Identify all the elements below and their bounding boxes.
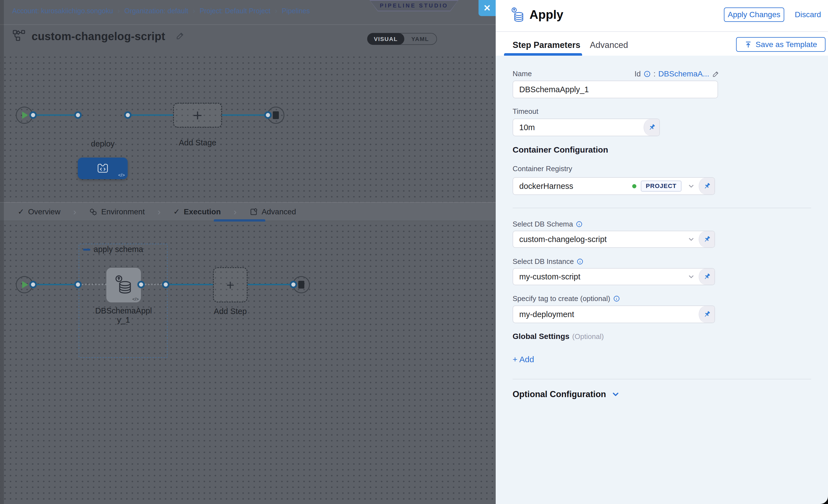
- select-db-schema-dropdown[interactable]: custom-changelog-script: [512, 231, 715, 248]
- select-db-instance-dropdown[interactable]: my-custom-script: [512, 268, 715, 285]
- tag-input[interactable]: my-deployment: [512, 305, 715, 323]
- custom-stage-icon: [96, 162, 110, 175]
- panel-tabs: Step Parameters Advanced Save as Templat…: [496, 32, 828, 56]
- pipeline-studio-badge: PIPELINE STUDIO: [369, 0, 459, 11]
- container-configuration-heading: Container Configuration: [512, 145, 608, 155]
- panel-title: Apply: [530, 8, 563, 22]
- info-icon[interactable]: [577, 258, 583, 265]
- select-db-schema-label: Select DB Schema: [512, 220, 583, 228]
- close-panel-button[interactable]: ✕: [479, 0, 496, 16]
- step-group-label: apply schema: [94, 245, 143, 254]
- id-colon: :: [654, 70, 656, 78]
- connector-port: [162, 281, 169, 288]
- stop-icon: [273, 111, 279, 119]
- tab-advanced[interactable]: Advanced: [249, 207, 296, 216]
- add-step-button[interactable]: +: [213, 267, 248, 302]
- connector-line: [33, 114, 79, 116]
- chevron-down-icon[interactable]: [687, 235, 695, 243]
- container-registry-label: Container Registry: [512, 165, 572, 173]
- breadcrumb: Account: kurosakiichigo.songoku › Organi…: [12, 7, 310, 15]
- add-stage-button[interactable]: +: [173, 103, 222, 128]
- toggle-visual[interactable]: VISUAL: [367, 33, 404, 45]
- play-icon: [22, 281, 28, 288]
- timeout-pin-button[interactable]: [644, 119, 659, 136]
- info-icon[interactable]: [644, 70, 651, 78]
- select-db-instance-label: Select DB Instance: [512, 257, 583, 266]
- step-node-dbschemaapply[interactable]: </>: [106, 268, 141, 302]
- apply-changes-button[interactable]: Apply Changes: [724, 7, 784, 22]
- db-apply-icon: [510, 7, 526, 25]
- pipeline-studio-canvas: Account: kurosakiichigo.songoku › Organi…: [0, 0, 496, 504]
- connector-line: [33, 284, 78, 285]
- add-global-setting-link[interactable]: + Add: [512, 355, 534, 364]
- chevron-down-icon[interactable]: [687, 272, 695, 281]
- toggle-yaml[interactable]: YAML: [404, 36, 437, 42]
- specify-tag-label: Specify tag to create (optional): [512, 294, 620, 303]
- id-value[interactable]: DBSchemaA...: [658, 70, 709, 78]
- breadcrumb-separator: ›: [275, 7, 277, 15]
- close-icon: ✕: [484, 3, 491, 13]
- tab-execution[interactable]: ✓ Execution: [173, 207, 221, 216]
- db-apply-step-icon: [114, 275, 134, 296]
- schema-pin-button[interactable]: [699, 231, 714, 247]
- connector-port: [290, 281, 297, 288]
- collapse-group-icon[interactable]: [83, 249, 90, 251]
- scope-badge: PROJECT: [641, 180, 681, 192]
- edit-pipeline-icon[interactable]: [175, 31, 185, 42]
- timeout-input[interactable]: 10m: [512, 119, 660, 136]
- connector-line: [248, 284, 293, 285]
- tag-pin-button[interactable]: [699, 306, 714, 323]
- stage-label: deploy: [78, 139, 128, 149]
- dotted-connector: [145, 284, 162, 285]
- connector-port: [124, 111, 131, 119]
- stage-tabbar: ✓ Overview › Environment › ✓ Execution ›…: [0, 202, 496, 221]
- breadcrumb-pipelines[interactable]: Pipelines: [282, 7, 309, 15]
- pin-icon: [648, 123, 656, 131]
- save-as-template-button[interactable]: Save as Template: [736, 37, 826, 52]
- name-input[interactable]: DBSchemaApply_1: [512, 81, 718, 98]
- section-divider: [512, 379, 811, 379]
- registry-pin-button[interactable]: [699, 178, 714, 195]
- breadcrumb-project[interactable]: Project: Default Project: [200, 7, 271, 15]
- pipeline-icon: [13, 30, 26, 43]
- edit-id-icon[interactable]: [712, 70, 720, 78]
- panel-header: Apply Apply Changes Discard: [496, 0, 828, 32]
- breadcrumb-account[interactable]: Account: kurosakiichigo.songoku: [12, 7, 113, 15]
- connector-port: [74, 281, 82, 288]
- optional-hint: (Optional): [572, 332, 604, 341]
- timeout-label: Timeout: [512, 107, 538, 116]
- pin-icon: [703, 272, 711, 281]
- info-icon[interactable]: [613, 295, 620, 302]
- tab-step-advanced[interactable]: Advanced: [590, 40, 628, 50]
- section-divider: [512, 208, 811, 208]
- dotted-connector: [82, 284, 107, 285]
- connector-status-dot: [632, 184, 636, 188]
- stage-code-mark: </>: [118, 172, 125, 178]
- tab-separator-icon: ›: [158, 206, 161, 217]
- check-icon: ✓: [18, 207, 24, 216]
- breadcrumb-organization[interactable]: Organization: default: [124, 7, 188, 15]
- step-code-mark: </>: [132, 297, 139, 302]
- visual-yaml-toggle: VISUAL YAML: [367, 33, 437, 45]
- optional-configuration-toggle[interactable]: Optional Configuration: [512, 389, 620, 399]
- stop-icon: [298, 281, 304, 289]
- upload-icon: [744, 41, 752, 48]
- active-tab-underline: [504, 53, 582, 56]
- breadcrumb-separator: ›: [193, 7, 195, 15]
- instance-pin-button[interactable]: [699, 268, 714, 285]
- connector-port: [29, 281, 37, 288]
- tab-overview[interactable]: ✓ Overview: [18, 207, 60, 216]
- info-icon[interactable]: [576, 221, 583, 227]
- discard-button[interactable]: Discard: [795, 9, 821, 20]
- global-settings-label: Global Settings (Optional): [512, 332, 604, 341]
- chevron-down-icon[interactable]: [687, 182, 695, 190]
- stage-canvas: </> + deploy Add Stage: [0, 53, 496, 202]
- stage-node-deploy[interactable]: </>: [78, 158, 128, 179]
- id-label: Id: [634, 70, 641, 78]
- pipeline-title: custom-changelog-script: [32, 30, 165, 43]
- connector-port: [74, 111, 82, 119]
- tab-step-parameters[interactable]: Step Parameters: [512, 40, 580, 50]
- tab-environment[interactable]: Environment: [89, 207, 145, 216]
- tab-separator-icon: ›: [234, 206, 237, 217]
- container-registry-field[interactable]: dockerHarness PROJECT: [512, 177, 715, 195]
